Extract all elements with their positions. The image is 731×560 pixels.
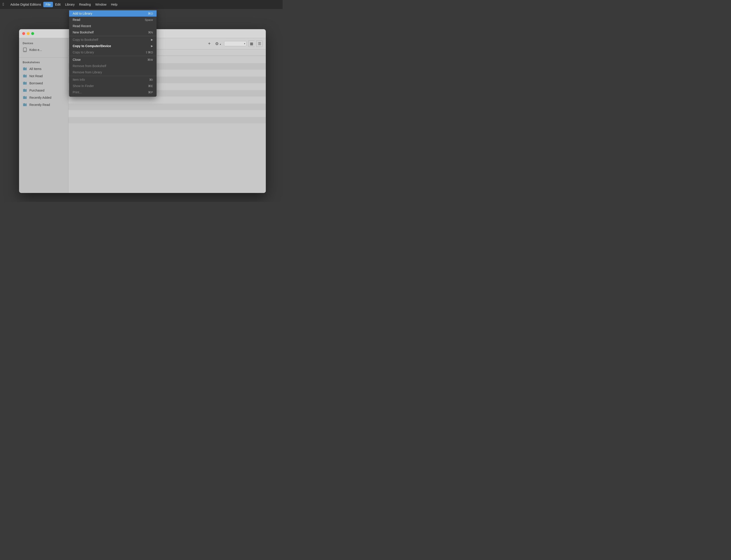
svg-rect-24 (25, 104, 26, 106)
library-menu-item[interactable]: Library (63, 2, 77, 7)
borrowed-icon (23, 81, 27, 85)
sidebar: Devices Kobo e... Bookshelves (19, 38, 68, 193)
svg-rect-8 (25, 75, 26, 77)
table-row (68, 104, 266, 110)
sidebar-divider (19, 57, 68, 58)
sidebar-item-purchased[interactable]: Purchased (19, 87, 68, 94)
copy-to-bookshelf-label: Copy to Bookshelf (73, 38, 150, 42)
file-dropdown-menu[interactable]: Add to Library ⌘O Read Space Read Recent… (69, 9, 157, 97)
svg-rect-20 (25, 96, 26, 99)
gear-right-dropdown-arrow: ▾ (220, 43, 221, 46)
sort-dropdown-wrapper: ▾ (224, 41, 247, 46)
close-shortcut: ⌘W (147, 58, 153, 61)
window-menu-item[interactable]: Window (93, 2, 109, 7)
sidebar-item-recently-added[interactable]: Recently Added (19, 94, 68, 101)
sidebar-item-device[interactable]: Kobo e... (19, 46, 68, 53)
svg-rect-3 (24, 67, 25, 70)
sidebar-item-borrowed[interactable]: Borrowed (19, 80, 68, 87)
sort-dropdown[interactable] (224, 41, 247, 46)
purchased-label: Purchased (29, 89, 44, 92)
read-shortcut: Space (145, 18, 153, 22)
maximize-window-button[interactable] (31, 32, 34, 35)
recently-read-icon (23, 103, 27, 107)
svg-rect-4 (25, 68, 26, 70)
menu-item-new-bookshelf[interactable]: New Bookshelf ⌘N (69, 29, 157, 35)
close-window-button[interactable] (22, 32, 25, 35)
menu-item-copy-to-bookshelf[interactable]: Copy to Bookshelf ▶ (69, 37, 157, 43)
menu-item-read[interactable]: Read Space (69, 17, 157, 23)
apple-logo-icon[interactable]:  (3, 2, 4, 7)
svg-rect-23 (24, 103, 25, 106)
menu-item-print[interactable]: Print... ⌘P (69, 89, 157, 95)
borrowed-label: Borrowed (29, 81, 43, 85)
bookshelves-section-label: Bookshelves (19, 61, 68, 65)
menu-section-1: Add to Library ⌘O Read Space Read Recent… (69, 10, 157, 36)
svg-rect-16 (25, 89, 26, 92)
svg-rect-22 (23, 103, 24, 106)
minimize-window-button[interactable] (27, 32, 30, 35)
devices-section-label: Devices (19, 42, 68, 46)
read-recent-label: Read Recent (73, 24, 144, 28)
svg-rect-11 (24, 82, 25, 85)
svg-rect-12 (25, 82, 26, 85)
traffic-lights (22, 32, 34, 35)
menu-section-2: Copy to Bookshelf ▶ Copy to Computer/Dev… (69, 36, 157, 56)
device-icon (23, 48, 27, 52)
svg-rect-25 (26, 103, 26, 106)
menu-item-close[interactable]: Close ⌘W (69, 57, 157, 63)
recently-added-label: Recently Added (29, 96, 51, 99)
sidebar-item-all-items[interactable]: All Items (19, 65, 68, 72)
svg-rect-9 (26, 75, 26, 77)
svg-rect-15 (24, 89, 25, 92)
reading-menu-item[interactable]: Reading (77, 2, 93, 7)
menu-item-show-finder[interactable]: Show In Finder ⌘E (69, 83, 157, 89)
menu-item-copy-to-device[interactable]: Copy to Computer/Device ▶ (69, 43, 157, 49)
print-label: Print... (73, 90, 139, 94)
recently-read-label: Recently Read (29, 103, 50, 107)
sidebar-item-not-read[interactable]: Not Read (19, 72, 68, 80)
sidebar-devices-section: Devices Kobo e... (19, 42, 68, 53)
menu-item-read-recent[interactable]: Read Recent (69, 23, 157, 29)
help-menu-item[interactable]: Help (109, 2, 120, 7)
file-menu-item[interactable]: File (43, 2, 53, 7)
svg-rect-2 (23, 68, 24, 70)
item-info-label: Item Info (73, 78, 140, 81)
show-finder-label: Show In Finder (73, 84, 139, 88)
menu-item-item-info[interactable]: Item Info ⌘I (69, 77, 157, 83)
remove-library-label: Remove from Library (73, 70, 153, 74)
menu-section-3: Close ⌘W Remove from Bookshelf Remove fr… (69, 56, 157, 76)
menu-item-remove-library[interactable]: Remove from Library (69, 69, 157, 75)
sidebar-item-recently-read[interactable]: Recently Read (19, 101, 68, 108)
list-view-button[interactable]: ☰ (256, 40, 263, 47)
add-to-library-label: Add to Library (73, 12, 139, 15)
item-info-shortcut: ⌘I (149, 78, 153, 81)
menu-section-4: Item Info ⌘I Show In Finder ⌘E Print... … (69, 76, 157, 96)
menubar:  Adobe Digital Editions File Edit Libra… (0, 0, 283, 9)
copy-to-device-label: Copy to Computer/Device (73, 44, 150, 48)
add-book-button[interactable]: + (207, 40, 212, 47)
copy-to-library-shortcut: ⇧⌘O (145, 51, 153, 54)
recently-added-icon (23, 95, 27, 100)
print-shortcut: ⌘P (148, 91, 153, 94)
sidebar-bookshelves-section: Bookshelves All Items (19, 61, 68, 108)
svg-rect-14 (23, 89, 24, 92)
purchased-icon (23, 88, 27, 93)
copy-device-arrow-icon: ▶ (151, 44, 153, 48)
svg-rect-13 (26, 82, 26, 85)
all-items-label: All Items (29, 67, 42, 71)
show-finder-shortcut: ⌘E (148, 84, 153, 88)
not-read-icon (23, 74, 27, 78)
grid-view-button[interactable]: ▦ (248, 40, 255, 47)
copy-to-library-label: Copy to Library (73, 50, 136, 54)
copy-bookshelf-arrow-icon: ▶ (151, 38, 153, 41)
svg-rect-10 (23, 82, 24, 85)
table-row (68, 117, 266, 123)
svg-rect-7 (24, 74, 25, 77)
menu-item-remove-bookshelf[interactable]: Remove from Bookshelf (69, 63, 157, 69)
app-name-menu[interactable]: Adobe Digital Editions (8, 2, 43, 7)
menu-item-add-to-library[interactable]: Add to Library ⌘O (69, 10, 157, 17)
svg-rect-17 (26, 89, 26, 92)
gear-right-button[interactable]: ⚙ ▾ (214, 40, 222, 47)
menu-item-copy-to-library[interactable]: Copy to Library ⇧⌘O (69, 49, 157, 55)
edit-menu-item[interactable]: Edit (53, 2, 63, 7)
